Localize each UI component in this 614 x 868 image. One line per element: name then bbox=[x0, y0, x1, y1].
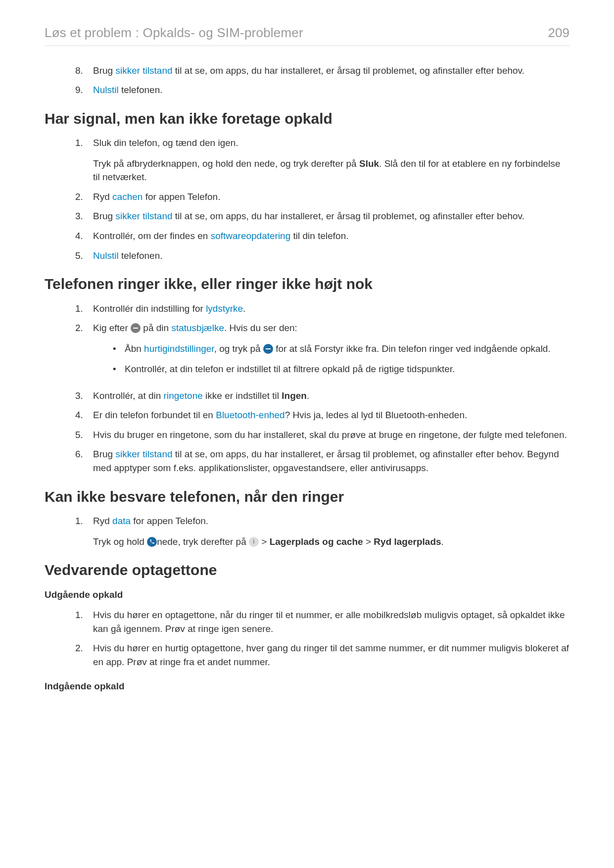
heading-no-ring: Telefonen ringer ikke, eller ringer ikke… bbox=[45, 273, 569, 295]
list-number: 4. bbox=[75, 229, 93, 243]
list-item: 5. Hvis du bruger en ringetone, som du h… bbox=[75, 428, 569, 442]
list-item: 6. Brug sikker tilstand til at se, om ap… bbox=[75, 447, 569, 475]
list-cant-answer: 1. Ryd data for appen Telefon. Tryk og h… bbox=[45, 514, 569, 548]
list-number: 1. bbox=[75, 136, 93, 184]
list-item: 2. Kig efter på din statusbjælke. Hvis d… bbox=[75, 321, 569, 383]
info-icon: i bbox=[249, 537, 259, 547]
list-item: 1. Kontrollér din indstilling for lydsty… bbox=[75, 302, 569, 316]
list-number: 9. bbox=[75, 83, 93, 97]
list-text: Brug sikker tilstand til at se, om apps,… bbox=[93, 64, 569, 78]
list-text: Kontrollér, at din ringetone ikke er ind… bbox=[93, 389, 569, 403]
bullet-item: • Kontrollér, at din telefon er indstill… bbox=[113, 362, 569, 376]
dnd-toggle-icon bbox=[263, 344, 273, 354]
link-quick-settings[interactable]: hurtigindstillinger bbox=[144, 343, 214, 354]
list-text: Nulstil telefonen. bbox=[93, 83, 569, 97]
dnd-status-icon bbox=[131, 323, 141, 333]
list-number: 8. bbox=[75, 64, 93, 78]
link-software-update[interactable]: softwareopdatering bbox=[211, 231, 291, 241]
list-item: 2. Hvis du hører en hurtig optagettone, … bbox=[75, 641, 569, 669]
list-number: 1. bbox=[75, 302, 93, 316]
subheading-outgoing: Udgående opkald bbox=[45, 588, 569, 602]
link-reset[interactable]: Nulstil bbox=[93, 85, 119, 95]
list-number: 3. bbox=[75, 209, 93, 223]
list-text: Nulstil telefonen. bbox=[93, 249, 569, 263]
link-safe-mode[interactable]: sikker tilstand bbox=[115, 211, 172, 221]
list-text: Kontrollér din indstilling for lydstyrke… bbox=[93, 302, 569, 316]
list-number: 2. bbox=[75, 641, 93, 669]
list-text: Er din telefon forbundet til en Bluetoot… bbox=[93, 408, 569, 422]
link-bluetooth-device[interactable]: Bluetooth-enhed bbox=[216, 410, 284, 420]
list-text: Brug sikker tilstand til at se, om apps,… bbox=[93, 209, 569, 223]
list-number: 1. bbox=[75, 514, 93, 548]
breadcrumb: Løs et problem : Opkalds- og SIM-problem… bbox=[45, 24, 303, 43]
list-no-ring: 1. Kontrollér din indstilling for lydsty… bbox=[45, 302, 569, 475]
list-number: 4. bbox=[75, 408, 93, 422]
page-number: 209 bbox=[548, 24, 569, 43]
heading-busy-tone: Vedvarende optagettone bbox=[45, 559, 569, 581]
list-text: Åbn hurtigindstillinger, og tryk på for … bbox=[125, 342, 569, 356]
list-item: 4. Kontrollér, om der findes en software… bbox=[75, 229, 569, 243]
link-safe-mode[interactable]: sikker tilstand bbox=[115, 449, 172, 459]
list-text: Sluk din telefon, og tænd den igen. bbox=[93, 136, 569, 150]
list-item: 1. Hvis du hører en optagettone, når du … bbox=[75, 608, 569, 635]
bullet-dot: • bbox=[113, 362, 125, 376]
list-number: 2. bbox=[75, 190, 93, 204]
list-outgoing: 1. Hvis du hører en optagettone, når du … bbox=[45, 608, 569, 669]
bullet-list: • Åbn hurtigindstillinger, og tryk på fo… bbox=[93, 342, 569, 376]
list-number: 3. bbox=[75, 389, 93, 403]
link-volume[interactable]: lydstyrke bbox=[206, 303, 243, 314]
list-text: Hvis du hører en optagettone, når du rin… bbox=[93, 608, 569, 635]
list-text: Kontrollér, at din telefon er indstillet… bbox=[125, 362, 569, 376]
list-item: 1. Sluk din telefon, og tænd den igen. T… bbox=[75, 136, 569, 184]
list-item-9: 9. Nulstil telefonen. bbox=[75, 83, 569, 97]
page-header: Løs et problem : Opkalds- og SIM-problem… bbox=[45, 24, 569, 46]
list-item: 3. Kontrollér, at din ringetone ikke er … bbox=[75, 389, 569, 403]
link-ringtone[interactable]: ringetone bbox=[164, 390, 203, 401]
list-text: Kontrollér, om der findes en softwareopd… bbox=[93, 229, 569, 243]
subheading-incoming: Indgående opkald bbox=[45, 679, 569, 693]
list-number: 2. bbox=[75, 321, 93, 383]
phone-app-icon bbox=[147, 537, 157, 547]
heading-has-signal: Har signal, men kan ikke foretage opkald bbox=[45, 108, 569, 130]
list-item: 5. Nulstil telefonen. bbox=[75, 249, 569, 263]
list-number: 1. bbox=[75, 608, 93, 635]
list-text: Ryd cachen for appen Telefon. bbox=[93, 190, 569, 204]
list-has-signal: 1. Sluk din telefon, og tænd den igen. T… bbox=[45, 136, 569, 262]
list-text: Kig efter på din statusbjælke. Hvis du s… bbox=[93, 321, 569, 335]
list-item: 3. Brug sikker tilstand til at se, om ap… bbox=[75, 209, 569, 223]
list-text: Brug sikker tilstand til at se, om apps,… bbox=[93, 447, 569, 475]
link-reset[interactable]: Nulstil bbox=[93, 250, 119, 261]
list-continuation: 8. Brug sikker tilstand til at se, om ap… bbox=[45, 64, 569, 97]
list-item: 1. Ryd data for appen Telefon. Tryk og h… bbox=[75, 514, 569, 548]
list-text: Tryk på afbryderknappen, og hold den ned… bbox=[93, 157, 569, 184]
link-cache[interactable]: cachen bbox=[112, 192, 142, 202]
list-number: 6. bbox=[75, 447, 93, 475]
list-item-8: 8. Brug sikker tilstand til at se, om ap… bbox=[75, 64, 569, 78]
bullet-dot: • bbox=[113, 342, 125, 356]
list-text: Tryk og hold nede, tryk derefter på i > … bbox=[93, 535, 569, 549]
heading-cant-answer: Kan ikke besvare telefonen, når den ring… bbox=[45, 486, 569, 508]
list-item: 4. Er din telefon forbundet til en Bluet… bbox=[75, 408, 569, 422]
list-text: Ryd data for appen Telefon. bbox=[93, 514, 569, 528]
list-number: 5. bbox=[75, 428, 93, 442]
link-statusbar[interactable]: statusbjælke bbox=[171, 323, 224, 333]
list-text: Hvis du bruger en ringetone, som du har … bbox=[93, 428, 569, 442]
list-item: 2. Ryd cachen for appen Telefon. bbox=[75, 190, 569, 204]
list-text: Hvis du hører en hurtig optagettone, hve… bbox=[93, 641, 569, 669]
list-number: 5. bbox=[75, 249, 93, 263]
link-data[interactable]: data bbox=[112, 516, 131, 526]
bullet-item: • Åbn hurtigindstillinger, og tryk på fo… bbox=[113, 342, 569, 356]
link-safe-mode[interactable]: sikker tilstand bbox=[115, 65, 172, 76]
